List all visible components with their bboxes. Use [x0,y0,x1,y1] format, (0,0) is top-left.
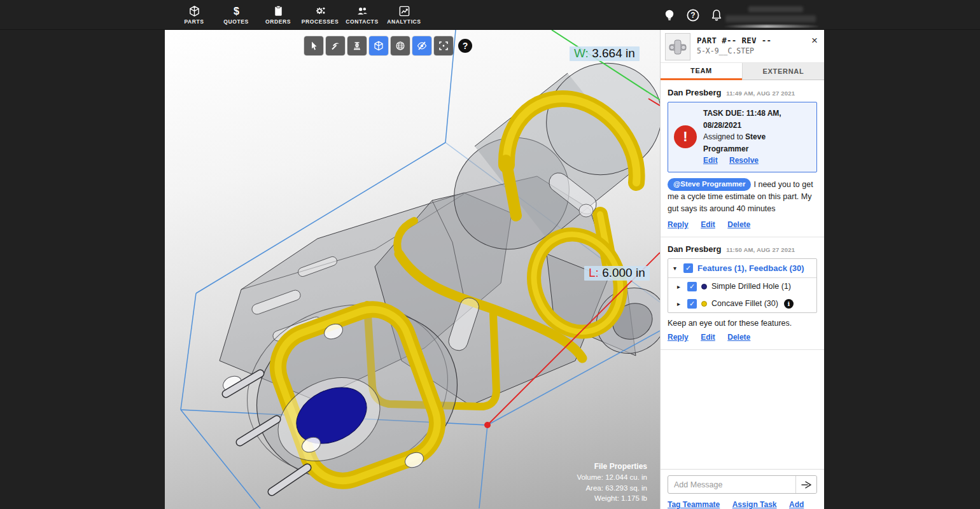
pick-tool-button[interactable] [326,36,345,55]
task-edit-link[interactable]: Edit [703,156,718,165]
comment-actions: Reply Edit Delete [668,331,817,342]
mention-pill[interactable]: @Steve Programmer [668,178,751,191]
file-properties: File Properties Volume: 12.044 cu. in Ar… [577,461,647,504]
nav-label: PARTS [184,18,204,25]
task-details: TASK DUE: 11:48 AM, 08/28/2021 Assigned … [703,108,811,167]
comment-author: Dan Presberg [668,88,722,97]
contacts-people-icon [356,5,368,17]
feature-label[interactable]: Concave Fillet (30) [711,299,778,308]
sidebar-tabs: TEAM EXTERNAL [661,63,824,80]
help-circle-icon[interactable]: ? [685,8,701,23]
composer-links: Tag Teammate Assign Task Add Annotation [668,498,817,509]
send-button[interactable] [795,476,816,493]
select-tool-button[interactable] [304,36,323,55]
nav-label: PROCESSES [302,18,339,25]
fit-view-button[interactable] [434,36,453,55]
expand-icon [438,41,449,51]
analytics-chart-icon [398,5,410,17]
task-due: TASK DUE: 11:48 AM, 08/28/2021 [703,108,811,131]
nav-item-processes[interactable]: PROCESSES [299,0,341,30]
comment-actions: Reply Edit Delete [668,218,817,230]
length-prefix: L: [589,266,599,279]
nav-item-analytics[interactable]: ANALYTICS [383,0,425,30]
width-dimension-label: W: 3.664 in [570,46,640,61]
message-input[interactable] [668,476,795,493]
viewer-toolbar: ? [304,36,472,55]
nav-item-quotes[interactable]: $ QUOTES [215,0,257,30]
cube-view-button[interactable] [369,36,388,55]
file-property-area: Area: 63.293 sq. in [577,483,647,494]
pickaxe-icon [330,41,340,51]
bell-icon[interactable] [709,8,724,23]
tab-external[interactable]: EXTERNAL [742,63,824,80]
feature-row-concave-fillet: ▸ ✓ Concave Fillet (30) i [668,295,816,312]
length-dimension-label: L: 6.000 in [584,266,650,281]
chevron-right-icon[interactable]: ▸ [677,283,683,290]
sidebar-header: PART #-- REV -- 5-X-9__C.STEP × [661,30,824,63]
chevron-right-icon[interactable]: ▸ [677,300,683,307]
nav-item-orders[interactable]: ORDERS [257,0,299,30]
redacted-company-name [725,15,816,22]
part-thumbnail [665,33,690,60]
redacted-highlight-streak [724,25,818,28]
nav-item-parts[interactable]: PARTS [173,0,215,30]
globe-view-button[interactable] [391,36,410,55]
machine-icon [352,41,362,51]
cube-icon [374,41,384,51]
chevron-down-icon[interactable]: ▾ [673,265,679,272]
viewer-help-button[interactable]: ? [458,39,472,53]
feature-color-dot-yellow [701,301,707,307]
features-root-label[interactable]: Features (1), Feedback (30) [697,263,804,273]
part-viewer-window: ? W: 3.664 in L: 6.000 in File Propertie… [165,30,824,509]
assign-task-link[interactable]: Assign Task [732,500,777,509]
reply-link[interactable]: Reply [668,220,689,229]
processes-gears-icon [314,5,326,17]
feature-checkbox[interactable]: ✓ [687,282,697,291]
feature-label[interactable]: Simple Drilled Hole (1) [711,282,791,291]
nav-item-contacts[interactable]: CONTACTS [341,0,383,30]
task-resolve-link[interactable]: Resolve [729,156,759,165]
task-assignment: Assigned to Steve Programmer [703,131,811,155]
parts-cube-icon [188,5,200,17]
edit-link[interactable]: Edit [701,333,715,342]
nav-right-icons: ? [662,0,724,30]
delete-link[interactable]: Delete [727,220,750,229]
divider [661,237,824,237]
comment-message: @Steve ProgrammerI need you to get me a … [668,178,817,215]
nav-label: CONTACTS [346,18,378,25]
width-value: 3.664 in [592,46,635,60]
reply-link[interactable]: Reply [668,333,689,342]
task-alert-icon: ! [674,125,697,148]
part-file-name: 5-X-9__C.STEP [697,46,754,55]
feature-color-dot-navy [701,284,707,289]
orders-clipboard-icon [272,5,284,17]
message-input-row [668,475,817,494]
svg-text:?: ? [690,11,695,20]
top-nav-bar: PARTS $ QUOTES ORDERS [0,0,980,30]
lightbulb-icon[interactable] [662,8,677,23]
file-properties-title: File Properties [577,461,647,472]
hide-features-button[interactable] [412,36,431,55]
comment-header: Dan Presberg 11:50 AM, AUG 27 2021 [668,244,817,254]
length-dimension-endpoint [484,422,491,428]
edit-link[interactable]: Edit [701,220,715,229]
info-icon[interactable]: i [784,299,794,309]
delete-link[interactable]: Delete [727,333,750,342]
tab-team[interactable]: TEAM [661,63,742,80]
close-icon[interactable]: × [811,35,818,46]
feature-checkbox[interactable]: ✓ [687,299,697,309]
divider [661,349,824,350]
machine-tool-button[interactable] [347,36,367,55]
features-root-checkbox[interactable]: ✓ [683,263,693,273]
tag-teammate-link[interactable]: Tag Teammate [668,500,720,509]
redacted-user-info [724,4,820,28]
comment-header: Dan Presberg 11:49 AM, AUG 27 2021 [668,88,817,97]
file-property-volume: Volume: 12.044 cu. in [577,472,647,483]
3d-viewer-canvas[interactable]: ? W: 3.664 in L: 6.000 in File Propertie… [165,30,660,509]
task-card: ! TASK DUE: 11:48 AM, 08/28/2021 Assigne… [668,102,817,172]
comment-note: Keep an eye out for these features. [668,319,817,328]
length-value: 6.000 in [602,266,645,279]
part-title: PART #-- REV -- [697,36,771,45]
comment-timestamp: 11:50 AM, AUG 27 2021 [726,246,795,253]
quotes-dollar-icon: $ [230,5,242,17]
